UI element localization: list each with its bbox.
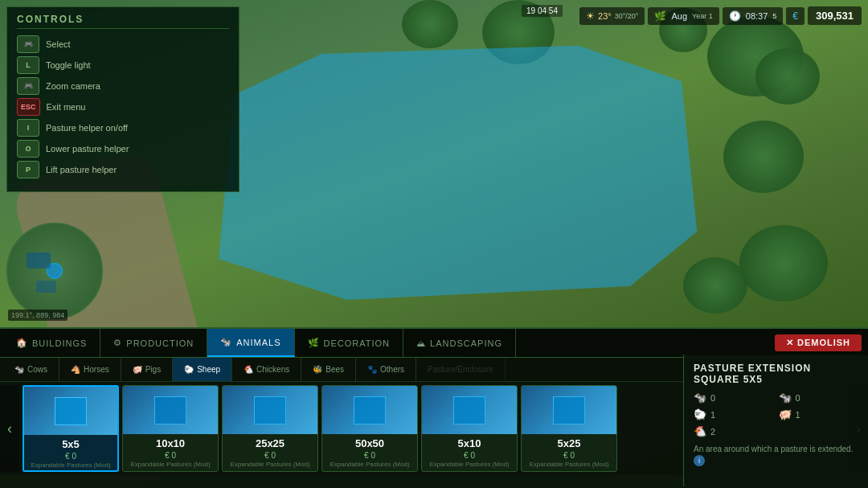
hud-weather: ☀ 23° 30°/20°	[579, 7, 645, 25]
info-icon[interactable]: i	[694, 455, 705, 466]
subtab-bees[interactable]: 🐝 Bees	[301, 358, 356, 381]
control-label-lift: Lift pasture helper	[46, 165, 117, 174]
item-5x10-name: 5x10	[458, 437, 481, 449]
item-5x25-price: € 0	[563, 451, 575, 460]
hud-temp-range: 30°/20°	[615, 12, 639, 20]
control-label-zoom: Zoom camera	[46, 81, 100, 91]
item-5x5-preview	[24, 387, 117, 435]
stat-pig-icon: 🐖	[779, 408, 792, 420]
stat-sheep: 🐑 1	[694, 408, 774, 420]
tab-decoration[interactable]: 🌿 DECORATION	[295, 329, 404, 357]
tab-production[interactable]: ⚙ PRODUCTION	[100, 329, 207, 357]
sun-icon: ☀	[586, 10, 595, 22]
key-esc: ESC	[17, 98, 40, 116]
subtab-chickens[interactable]: 🐔 Chickens	[232, 358, 301, 381]
item-5x5-source: Expandable Pastures (Mod)	[27, 461, 113, 469]
item-5x5-price: € 0	[65, 452, 76, 461]
controls-title: CONTROLS	[17, 14, 229, 29]
control-label-toggle: Toggle light	[46, 60, 91, 70]
subtab-cows[interactable]: 🐄 Cows	[3, 358, 59, 381]
subtab-horses-label: Horses	[84, 365, 109, 374]
item-5x10-preview	[422, 386, 517, 434]
tab-landscaping[interactable]: ⛰ LANDSCAPING	[403, 329, 516, 357]
decoration-icon: 🌿	[308, 338, 320, 348]
control-row-esc: ESC Exit menu	[17, 98, 229, 116]
animal-stats: 🐄 0 🐄 0 🐑 1 🐖 1 🐔 2	[694, 392, 858, 437]
item-50x50-preview	[322, 386, 417, 434]
sheep-icon: 🐑	[184, 365, 194, 374]
subtab-horses[interactable]: 🐴 Horses	[59, 358, 121, 381]
tab-animals-label: ANIMALS	[236, 338, 280, 347]
stat-chicken: 🐔 2	[694, 425, 774, 437]
stat-chicken-value: 2	[710, 427, 715, 437]
item-25x25-preview	[223, 386, 317, 434]
subtab-chickens-label: Chickens	[256, 365, 289, 374]
stat-cow2-icon: 🐄	[779, 392, 792, 404]
pasture-overlay	[193, 40, 707, 314]
stat-pig: 🐖 1	[779, 408, 859, 420]
item-10x10-name: 10x10	[156, 437, 185, 449]
hud-temp: 23°	[598, 11, 612, 21]
stat-cow2-value: 0	[796, 393, 800, 403]
item-10x10[interactable]: 10x10 € 0 Expandable Pastures (Mod)	[122, 385, 219, 472]
demolish-button[interactable]: ✕ DEMOLISH	[775, 334, 862, 351]
control-row-zoom: 🎮 Zoom camera	[17, 77, 229, 95]
production-icon: ⚙	[113, 338, 122, 348]
item-5x10-price: € 0	[464, 451, 475, 460]
top-hud: ☀ 23° 30°/20° 🌿 Aug Year 1 🕐 08:37 5 € 3…	[579, 6, 862, 25]
item-5x5[interactable]: 5x5 € 0 Expandable Pastures (Mod)	[23, 385, 119, 472]
control-label-pasture: Pasture helper on/off	[46, 123, 128, 133]
subtab-sheep[interactable]: 🐑 Sheep	[173, 358, 232, 381]
hud-year: Year 1	[692, 12, 713, 20]
subtab-pasture-label: Pasture/Enclosure	[428, 365, 493, 374]
control-label-lower: Lower pasture helper	[46, 144, 129, 154]
euro-icon: €	[792, 10, 798, 22]
control-row-toggle: L Toggle light	[17, 56, 229, 74]
side-info-description: An area around which a pasture is extend…	[694, 444, 858, 466]
item-5x10-source: Expandable Pastures (Mod)	[426, 461, 512, 468]
item-10x10-source: Expandable Pastures (Mod)	[127, 461, 213, 468]
key-i: I	[17, 119, 39, 137]
subtab-bees-label: Bees	[326, 365, 344, 374]
item-5x25-name: 5x25	[558, 437, 581, 449]
item-50x50[interactable]: 50x50 € 0 Expandable Pastures (Mod)	[321, 385, 418, 472]
subtab-pigs-label: Pigs	[145, 365, 161, 374]
others-icon: 🐾	[367, 365, 377, 374]
item-25x25[interactable]: 25x25 € 0 Expandable Pastures (Mod)	[222, 385, 318, 472]
controls-panel: CONTROLS 🎮 Select L Toggle light 🎮 Zoom …	[6, 6, 240, 192]
stat-chicken-icon: 🐔	[694, 425, 706, 437]
horses-icon: 🐴	[71, 365, 80, 374]
subtab-cows-label: Cows	[27, 365, 47, 374]
stat-cow2: 🐄 0	[779, 392, 859, 404]
bees-icon: 🐝	[313, 365, 322, 374]
nav-left-arrow[interactable]: ‹	[0, 385, 19, 472]
subtab-pigs[interactable]: 🐖 Pigs	[121, 358, 173, 381]
subtab-pasture: Pasture/Enclosure	[416, 358, 506, 381]
hud-season: 🌿 Aug Year 1	[648, 7, 719, 25]
item-50x50-price: € 0	[364, 451, 375, 460]
side-info-title: PASTURE EXTENSION SQUARE 5X5	[694, 363, 858, 385]
hud-money: 309,531	[808, 6, 862, 25]
hud-day: 5	[772, 12, 776, 20]
tab-buildings[interactable]: 🏠 BUILDINGS	[3, 329, 100, 357]
control-row-lift: P Lift pasture helper	[17, 161, 229, 178]
tab-animals[interactable]: 🐄 ANIMALS	[207, 329, 294, 357]
stat-pig-value: 1	[796, 410, 800, 420]
cows-icon: 🐄	[14, 365, 24, 374]
item-5x10[interactable]: 5x10 € 0 Expandable Pastures (Mod)	[421, 385, 518, 472]
item-10x10-preview	[123, 386, 218, 434]
hud-season-label: Aug	[671, 11, 687, 21]
item-5x25[interactable]: 5x25 € 0 Expandable Pastures (Mod)	[521, 385, 617, 472]
season-icon: 🌿	[654, 10, 666, 22]
item-5x25-source: Expandable Pastures (Mod)	[526, 461, 612, 468]
key-o: O	[17, 140, 39, 158]
bottom-panel: 🏠 BUILDINGS ⚙ PRODUCTION 🐄 ANIMALS 🌿 DEC…	[0, 327, 868, 488]
side-info-panel: PASTURE EXTENSION SQUARE 5X5 🐄 0 🐄 0 🐑 1…	[683, 355, 868, 486]
subtab-others[interactable]: 🐾 Others	[356, 358, 416, 381]
key-zoom-icon: 🎮	[17, 77, 39, 95]
landscaping-icon: ⛰	[416, 338, 426, 348]
item-5x5-name: 5x5	[62, 438, 80, 450]
key-select-icon: 🎮	[17, 35, 39, 53]
control-row-select: 🎮 Select	[17, 35, 229, 53]
tab-landscaping-label: LANDSCAPING	[430, 338, 502, 348]
